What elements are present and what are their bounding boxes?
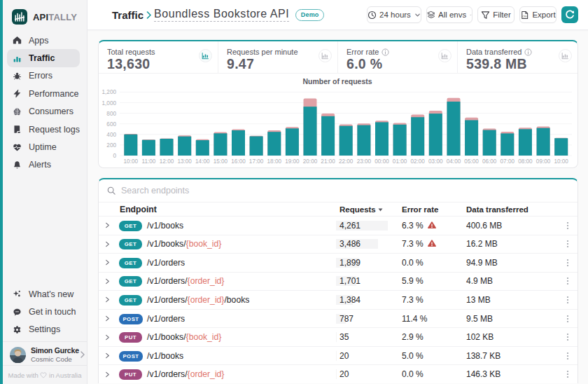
svg-text:23:00: 23:00 [357,158,372,165]
svg-text:17:00: 17:00 [249,158,264,165]
svg-text:18:00: 18:00 [267,158,282,165]
svg-text:400: 400 [106,132,116,138]
svg-text:19:00: 19:00 [285,158,300,165]
svg-text:14:00: 14:00 [195,158,210,165]
svg-text:21:00: 21:00 [321,158,335,165]
svg-text:07:00: 07:00 [500,158,515,165]
svg-text:15:00: 15:00 [214,158,228,165]
svg-text:00:00: 00:00 [374,158,389,165]
svg-text:800: 800 [106,111,116,117]
svg-text:0: 0 [113,153,116,159]
svg-text:Number of requests: Number of requests [302,77,372,85]
svg-text:05:00: 05:00 [464,158,479,165]
svg-text:10:00: 10:00 [554,158,568,165]
svg-text:CSV: CSV [523,15,528,18]
svg-text:1,200: 1,200 [102,89,117,95]
svg-text:06:00: 06:00 [482,158,497,165]
svg-text:10:00: 10:00 [124,158,139,165]
svg-text:200: 200 [106,142,116,149]
svg-text:11:00: 11:00 [141,158,155,165]
svg-text:1,000: 1,000 [102,100,117,107]
svg-text:12:00: 12:00 [160,158,174,165]
svg-text:20:00: 20:00 [303,158,318,165]
svg-text:16:00: 16:00 [231,158,246,165]
svg-text:02:00: 02:00 [410,158,425,165]
svg-text:09:00: 09:00 [536,158,551,165]
svg-text:22:00: 22:00 [339,158,354,165]
svg-text:03:00: 03:00 [428,158,443,165]
svg-text:01:00: 01:00 [393,158,407,165]
svg-text:04:00: 04:00 [447,158,461,165]
svg-text:13:00: 13:00 [177,158,192,165]
svg-text:600: 600 [106,121,116,128]
svg-text:08:00: 08:00 [518,158,533,165]
